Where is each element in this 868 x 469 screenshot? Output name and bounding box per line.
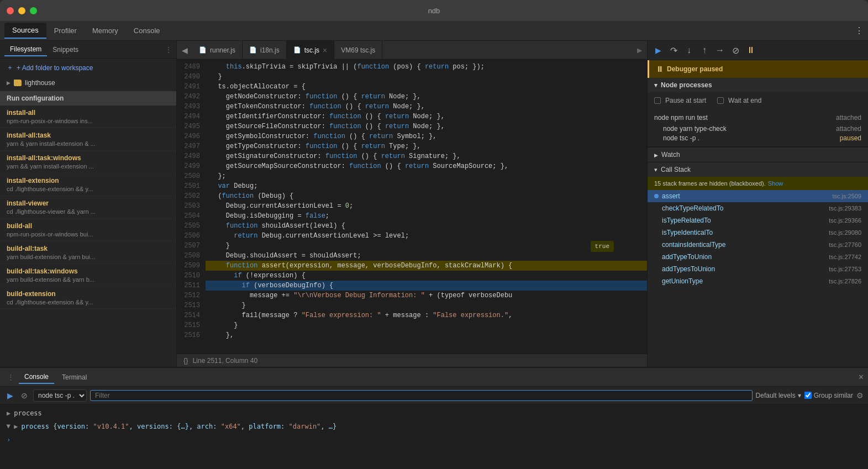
folder-item-lighthouse[interactable]: lighthouse [0, 77, 176, 89]
code-line: function shouldAssert(level) { [206, 221, 647, 231]
code-line: message += "\r\nVerbose Debug Informatio… [206, 291, 647, 301]
editor-nav-back[interactable]: ◀ [177, 41, 192, 60]
wait-at-end-checkbox[interactable] [717, 97, 724, 104]
tab-profiler[interactable]: Profiler [46, 23, 85, 38]
minimize-button[interactable] [18, 7, 25, 14]
more-options-icon[interactable]: ⋮ [855, 25, 864, 36]
console-prompt-line[interactable]: › [0, 433, 868, 446]
tab-console[interactable]: Console [126, 23, 168, 38]
code-line: getSymbolConstructor: function () { retu… [206, 131, 647, 141]
sidebar-tabs: Filesystem Snippets ⋮ [0, 41, 176, 59]
console-text: process [14, 408, 42, 418]
process-item-npm-test[interactable]: node npm run test attached [654, 112, 861, 123]
console-levels-dropdown[interactable]: Default levels ▾ [756, 392, 801, 399]
stack-frame-assert[interactable]: assert tsc.js:2509 [648, 190, 868, 202]
process-item-tsc[interactable]: node tsc -p . paused [654, 133, 861, 142]
run-item-build-all[interactable]: build-all npm-run-posix-or-windows bui..… [0, 219, 176, 241]
expand-inner-icon[interactable]: ▶ [14, 421, 18, 431]
plus-icon: ＋ [7, 63, 13, 72]
file-icon: 📄 [199, 46, 207, 54]
main-layout: Filesystem Snippets ⋮ ＋ + Add folder to … [0, 41, 868, 367]
right-panel: ▶ ↷ ↓ ↑ → ⊘ ⏸ ⏸ Debugger paused Node pro… [647, 41, 868, 367]
sidebar-more-icon[interactable]: ⋮ [165, 46, 172, 54]
editor-tab-runner-js[interactable]: 📄 runner.js [192, 41, 243, 60]
step-into-button[interactable]: ↓ [683, 44, 695, 56]
pause-exceptions-button[interactable]: ⏸ [745, 44, 757, 56]
resume-button[interactable]: ▶ [652, 44, 664, 56]
stack-frame-getUnionType[interactable]: getUnionType tsc.js:27826 [648, 275, 868, 287]
code-line: if (!expression) { [206, 271, 647, 281]
console-filter-input[interactable] [90, 390, 753, 401]
sidebar-tab-snippets[interactable]: Snippets [47, 44, 84, 56]
close-button[interactable] [7, 7, 14, 14]
console-kebab-icon[interactable]: ⋮ [4, 371, 17, 383]
console-object: process {version: "v10.4.1", versions: {… [21, 421, 336, 431]
maximize-button[interactable] [30, 7, 37, 14]
code-line: } [206, 320, 647, 330]
step-over-button[interactable]: ↷ [667, 44, 680, 56]
code-line: this.skipTrivia = skipTrivia || (functio… [206, 62, 647, 72]
file-icon: 📄 [249, 46, 257, 54]
editor-tab-vm69-tsc-js[interactable]: VM69 tsc.js [334, 41, 382, 60]
step-out-button[interactable]: ↑ [698, 44, 711, 56]
stack-frame-isTypeRelatedTo[interactable]: isTypeRelatedTo tsc.js:29366 [648, 214, 868, 226]
stack-frame-addTypeToUnion[interactable]: addTypeToUnion tsc.js:27742 [648, 251, 868, 263]
deactivate-button[interactable]: ⊘ [729, 44, 741, 56]
top-nav: Sources Profiler Memory Console ⋮ [0, 21, 868, 41]
console-tab-console[interactable]: Console [19, 371, 54, 384]
group-similar-checkbox[interactable] [804, 392, 812, 399]
watch-chevron-icon [654, 151, 658, 159]
add-folder-button[interactable]: ＋ + Add folder to workspace [0, 59, 176, 77]
active-frame-dot [654, 194, 659, 198]
console-stop-button[interactable]: ⊘ [19, 390, 30, 401]
run-item-build-all-task-windows[interactable]: build-all:task:windows yarn build-extens… [0, 264, 176, 287]
run-items-list: install-all npm-run-posix-or-windows ins… [0, 106, 176, 367]
console-tab-terminal[interactable]: Terminal [56, 371, 92, 383]
console-node-select[interactable]: node tsc -p . [33, 389, 87, 402]
run-item-install-all[interactable]: install-all npm-run-posix-or-windows ins… [0, 106, 176, 128]
process-item-yarn-type-check[interactable]: node yarn type-check attached [654, 123, 861, 133]
tab-sources[interactable]: Sources [4, 23, 46, 39]
stack-frame-addTypesToUnion[interactable]: addTypesToUnion tsc.js:27753 [648, 263, 868, 275]
show-frames-link[interactable]: Show [768, 180, 783, 187]
run-item-install-viewer[interactable]: install-viewer cd ./lighthouse-viewer &&… [0, 196, 176, 219]
code-editor[interactable]: 2489249024912492 2493249424952496 249724… [177, 60, 647, 354]
step-button[interactable]: → [714, 44, 726, 56]
tab-memory[interactable]: Memory [85, 23, 126, 38]
code-line: fail(message ? "False expression: " + me… [206, 310, 647, 320]
code-line: } [206, 72, 647, 82]
pause-at-start-checkbox[interactable] [654, 97, 661, 104]
run-item-build-extension[interactable]: build-extension cd ./lighthouse-extensio… [0, 287, 176, 309]
close-tab-icon[interactable]: × [323, 46, 327, 54]
sidebar: Filesystem Snippets ⋮ ＋ + Add folder to … [0, 41, 177, 367]
run-item-build-all-task[interactable]: build-all:task yarn build-extension & ya… [0, 241, 176, 264]
editor-tabs: ◀ 📄 runner.js 📄 i18n.js 📄 tsc.js × VM69 … [177, 41, 647, 60]
expanded-arrow-icon[interactable]: ▶ [4, 424, 14, 428]
debugger-toolbar: ▶ ↷ ↓ ↑ → ⊘ ⏸ [648, 41, 868, 60]
editor-tab-i18n-js[interactable]: 📄 i18n.js [243, 41, 287, 60]
console-close-button[interactable]: × [859, 372, 864, 382]
stack-frame-isTypeIdenticalTo[interactable]: isTypeIdenticalTo tsc.js:29080 [648, 226, 868, 239]
watch-header[interactable]: Watch [648, 147, 868, 162]
console-run-button[interactable]: ▶ [4, 390, 15, 401]
console-settings-icon[interactable]: ⚙ [856, 391, 864, 400]
code-line: getTypeConstructor: function () { return… [206, 141, 647, 151]
pause-icon: ⏸ [656, 65, 664, 73]
expand-arrow-icon[interactable]: ▶ [7, 408, 10, 418]
run-item-install-all-task-windows[interactable]: install-all:task:windows yarn && yarn in… [0, 151, 176, 173]
node-processes-header[interactable]: Node processes [648, 78, 868, 92]
code-line: getNodeConstructor: function () { return… [206, 92, 647, 102]
folder-expand-icon [7, 80, 10, 86]
stack-frame-checkTypeRelatedTo[interactable]: checkTypeRelatedTo tsc.js:29383 [648, 202, 868, 214]
code-line: }, [206, 330, 647, 340]
sidebar-tab-filesystem[interactable]: Filesystem [4, 43, 47, 56]
editor-tab-tsc-js[interactable]: 📄 tsc.js × [287, 41, 335, 60]
code-lines: this.skipTrivia = skipTrivia || (functio… [206, 60, 647, 354]
node-processes-label: Node processes [661, 81, 712, 89]
stack-frame-containsIdenticalType[interactable]: containsIdenticalType tsc.js:27760 [648, 239, 868, 251]
run-item-install-all-task[interactable]: install-all:task yarn & yarn install-ext… [0, 128, 176, 151]
call-stack-header[interactable]: Call Stack [648, 162, 868, 177]
run-item-install-extension[interactable]: install-extension cd ./lighthouse-extens… [0, 173, 176, 196]
editor-tab-end[interactable]: ▶ [632, 41, 647, 60]
code-line: if (verboseDebugInfo) { [206, 281, 647, 291]
